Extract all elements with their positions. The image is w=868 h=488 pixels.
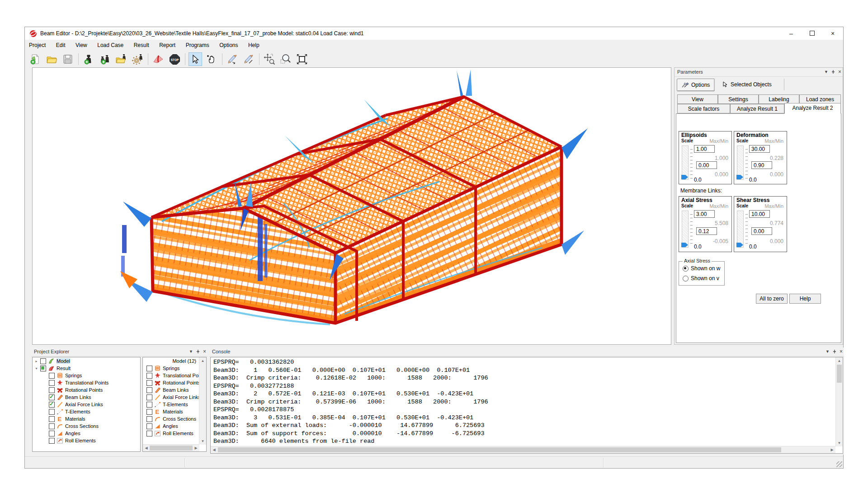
pin-icon[interactable] bbox=[832, 349, 837, 354]
menu-report[interactable]: Report bbox=[155, 40, 179, 48]
list-item-axial-force-links[interactable]: Axial Force Links bbox=[143, 394, 206, 401]
list-item-beam-links[interactable]: Beam Links bbox=[143, 386, 206, 394]
list-item-cross-sections[interactable]: Cross Sections bbox=[143, 415, 206, 422]
tree-item-roll-elements[interactable]: Roll Elements bbox=[33, 437, 140, 444]
axial-stress-slider[interactable] bbox=[682, 211, 689, 248]
add-load-cases-button[interactable] bbox=[98, 52, 112, 66]
axial-stress-max-input[interactable]: 3.00 bbox=[694, 210, 715, 218]
project-explorer-title-bar[interactable]: Project Explorer ▼ × bbox=[31, 347, 208, 357]
list-item-angles[interactable]: Angles bbox=[143, 422, 206, 430]
slider-arrow-icon[interactable] bbox=[736, 243, 743, 247]
tab-selected-objects[interactable]: Selected Objects bbox=[718, 79, 776, 90]
radio-shown-on-w[interactable]: Shown on w bbox=[683, 265, 720, 272]
pin-icon[interactable] bbox=[196, 349, 200, 354]
all-to-zero-button[interactable]: All to zero bbox=[756, 294, 788, 304]
panel-dropdown-icon[interactable]: ▼ bbox=[189, 349, 193, 354]
panel-dropdown-icon[interactable]: ▼ bbox=[826, 349, 830, 354]
subtab-load-zones[interactable]: Load zones bbox=[799, 94, 841, 104]
deformation-min-input[interactable]: 0.90 bbox=[751, 161, 772, 169]
draw-beam-link-button[interactable] bbox=[226, 52, 239, 66]
slider-arrow-icon[interactable] bbox=[736, 175, 743, 179]
menu-view[interactable]: View bbox=[71, 40, 91, 48]
tree-item-springs[interactable]: Springs bbox=[33, 372, 140, 379]
subtab-analyze-result-2[interactable]: Analyze Result 2 bbox=[784, 103, 841, 114]
open-load-case-button[interactable] bbox=[114, 52, 128, 66]
subtab-labeling[interactable]: Labeling bbox=[759, 94, 799, 104]
tree-item-cross-sections[interactable]: Cross Sections bbox=[33, 422, 140, 430]
zoom-extents-button[interactable] bbox=[295, 52, 309, 66]
slider-arrow-icon[interactable] bbox=[681, 175, 688, 179]
help-button[interactable]: Help bbox=[789, 294, 821, 304]
ellipsoids-max-input[interactable]: 1.00 bbox=[694, 145, 715, 153]
menu-help[interactable]: Help bbox=[244, 40, 264, 48]
new-project-button[interactable] bbox=[28, 52, 42, 66]
subtab-scale-factors[interactable]: Scale factors bbox=[677, 104, 730, 113]
tree-item-result[interactable]: ▾ Result bbox=[33, 365, 140, 372]
select-cursor-button[interactable] bbox=[189, 52, 202, 66]
tree-item-materials[interactable]: Materials bbox=[33, 415, 140, 422]
panel-dropdown-icon[interactable]: ▼ bbox=[824, 70, 828, 74]
tree-item-translational-points[interactable]: Translational Points bbox=[33, 379, 140, 386]
list-item-translational-points[interactable]: Translational Points bbox=[143, 372, 206, 379]
add-load-case-button[interactable] bbox=[82, 52, 95, 66]
slider-arrow-icon[interactable] bbox=[681, 243, 688, 247]
menu-edit[interactable]: Edit bbox=[52, 40, 70, 48]
tree-item-angles[interactable]: Angles bbox=[33, 430, 140, 437]
membrane-result-button[interactable] bbox=[151, 52, 165, 66]
expand-icon[interactable]: ▸ bbox=[34, 359, 38, 363]
subtab-view[interactable]: View bbox=[677, 94, 718, 104]
model-list-vscrollbar[interactable]: ▲ ▼ bbox=[199, 357, 206, 445]
panel-close-icon[interactable]: × bbox=[203, 348, 206, 355]
result-checkbox[interactable] bbox=[40, 366, 46, 371]
stop-button[interactable]: STOP bbox=[168, 52, 181, 66]
menu-options[interactable]: Options bbox=[215, 40, 242, 48]
ellipsoids-min-input[interactable]: 0.00 bbox=[696, 161, 717, 169]
list-item-springs[interactable]: Springs bbox=[143, 365, 206, 372]
open-project-button[interactable] bbox=[45, 52, 58, 66]
tab-options[interactable]: Options bbox=[677, 79, 715, 91]
menu-project[interactable]: Project bbox=[25, 40, 50, 48]
pin-icon[interactable] bbox=[831, 70, 835, 74]
menu-result[interactable]: Result bbox=[130, 40, 153, 48]
resize-grip[interactable] bbox=[836, 461, 842, 467]
list-item-t-elements[interactable]: T-Elements bbox=[143, 401, 206, 408]
save-button[interactable] bbox=[61, 52, 75, 66]
tree-item-model[interactable]: ▸ Model bbox=[33, 357, 140, 365]
tree-item-axial-force-links[interactable]: Axial Force Links bbox=[33, 401, 140, 408]
list-item-roll-elements[interactable]: Roll Elements bbox=[143, 430, 206, 437]
maximize-button[interactable] bbox=[802, 27, 822, 40]
minimize-button[interactable]: – bbox=[781, 27, 802, 40]
view-navigation-button[interactable] bbox=[263, 52, 276, 66]
radio-shown-on-v[interactable]: Shown on v bbox=[683, 275, 719, 282]
list-item-rotational-points[interactable]: Rotational Points bbox=[143, 379, 206, 386]
deformation-max-input[interactable]: 30.00 bbox=[749, 145, 770, 153]
zoom-window-button[interactable] bbox=[279, 52, 292, 66]
tree-item-rotational-points[interactable]: Rotational Points bbox=[33, 386, 140, 394]
collapse-icon[interactable]: ▾ bbox=[34, 366, 38, 371]
shear-stress-slider[interactable] bbox=[737, 211, 744, 248]
shear-stress-max-input[interactable]: 10.00 bbox=[749, 210, 770, 218]
axial-stress-min-input[interactable]: 0.12 bbox=[696, 227, 717, 235]
console-output[interactable]: EPSPRQ= 0.0031362820 Beam3D: 1 0.560E-01… bbox=[210, 357, 843, 454]
model-viewport[interactable] bbox=[32, 67, 671, 345]
menu-load-case[interactable]: Load Case bbox=[93, 40, 127, 48]
panel-close-icon[interactable]: × bbox=[838, 69, 841, 75]
tree-item-t-elements[interactable]: T-Elements bbox=[33, 408, 140, 415]
tree-item-beam-links[interactable]: Beam Links bbox=[33, 394, 140, 401]
panel-close-icon[interactable]: × bbox=[840, 348, 843, 355]
subtab-analyze-result-1[interactable]: Analyze Result 1 bbox=[730, 104, 784, 113]
shear-stress-min-input[interactable]: 0.00 bbox=[751, 227, 772, 235]
model-list-hscrollbar[interactable]: ◀ ▶ bbox=[143, 444, 199, 451]
parameters-title-bar[interactable]: Parameters ▼ × bbox=[675, 68, 843, 77]
load-case-settings-button[interactable] bbox=[131, 52, 144, 66]
draw-axial-link-button[interactable] bbox=[242, 52, 255, 66]
menu-programs[interactable]: Programs bbox=[182, 40, 213, 48]
subtab-settings[interactable]: Settings bbox=[718, 94, 759, 104]
console-vscrollbar[interactable]: ▲ ▼ bbox=[835, 357, 843, 446]
console-title-bar[interactable]: Console ▼ × bbox=[209, 347, 844, 357]
close-button[interactable]: × bbox=[822, 27, 843, 40]
list-item-materials[interactable]: Materials bbox=[143, 408, 206, 415]
pan-hand-button[interactable] bbox=[205, 52, 218, 66]
console-hscrollbar[interactable]: ◀ ▶ bbox=[211, 446, 835, 453]
model-checkbox[interactable] bbox=[40, 358, 46, 364]
